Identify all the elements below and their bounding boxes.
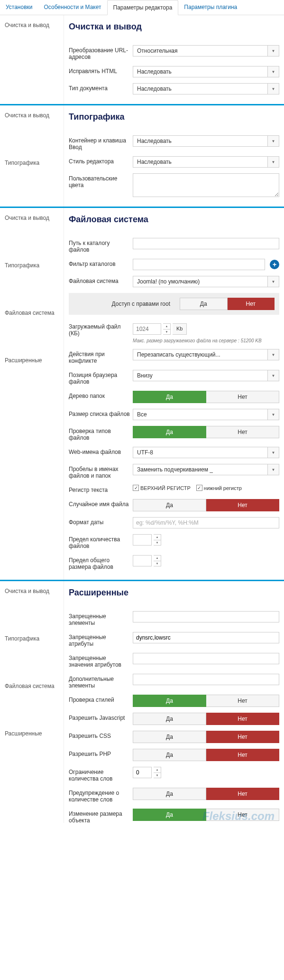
- label-limfiles: Предел количества файлов: [69, 534, 133, 549]
- chevron-down-icon[interactable]: ▼: [268, 45, 279, 57]
- section-title: Типографика: [69, 112, 279, 122]
- btn-tree-no[interactable]: Нет: [206, 391, 279, 403]
- chevron-down-icon[interactable]: ▼: [268, 156, 279, 168]
- select-url-transform[interactable]: Относительная▼: [133, 45, 279, 57]
- spinner-wordlimit[interactable]: ▲▼: [154, 767, 161, 778]
- label-case: Регистр текста: [69, 485, 133, 493]
- label-webnames: Web-имена файлов: [69, 447, 133, 455]
- chevron-down-icon[interactable]: ▼: [268, 135, 279, 147]
- btn-tree-yes[interactable]: Да: [133, 391, 206, 403]
- btn-check-no[interactable]: Нет: [206, 426, 279, 438]
- btn-php-no[interactable]: Нет: [206, 749, 279, 761]
- label-fix-html: Исправлять HTML: [69, 66, 133, 75]
- chevron-down-icon[interactable]: ▼: [268, 464, 279, 475]
- btn-rand-no[interactable]: Нет: [206, 499, 279, 511]
- tab-features[interactable]: Особенности и Макет: [38, 0, 107, 15]
- select-conflict[interactable]: Перезаписать существующий...▼: [133, 349, 279, 360]
- label-listsize: Размер списка файлов: [69, 409, 133, 417]
- textarea-custom-colors[interactable]: [133, 173, 279, 197]
- label-limsize: Предел общего размера файлов: [69, 555, 133, 570]
- btn-styles-yes[interactable]: Да: [133, 695, 206, 707]
- input-banned-el[interactable]: [133, 611, 279, 622]
- plus-icon[interactable]: +: [270, 260, 279, 269]
- label-browser-pos: Позиция браузера файлов: [69, 370, 133, 385]
- btn-root-no[interactable]: Нет: [228, 298, 275, 310]
- chevron-down-icon[interactable]: ▼: [268, 349, 279, 360]
- sidebar-item-typo[interactable]: Типографика: [0, 258, 64, 273]
- sidebar-item-clean[interactable]: Очистка и вывод: [0, 584, 64, 598]
- input-datefmt[interactable]: [133, 517, 279, 528]
- sidebar-item-adv[interactable]: Расширенные: [0, 353, 64, 368]
- label-editor-style: Стиль редактора: [69, 156, 133, 165]
- label-tree: Дерево папок: [69, 391, 133, 399]
- sidebar-item-typo[interactable]: Типографика: [0, 156, 64, 170]
- input-path[interactable]: [133, 238, 279, 249]
- tab-editor-params[interactable]: Параметры редактора: [107, 0, 179, 15]
- sidebar-item-fs[interactable]: Файловая система: [0, 306, 64, 320]
- btn-css-yes[interactable]: Да: [133, 731, 206, 743]
- btn-resize-no[interactable]: Нет: [206, 809, 279, 821]
- chevron-down-icon[interactable]: ▼: [268, 409, 279, 420]
- chevron-down-icon[interactable]: ▼: [268, 447, 279, 458]
- input-limsize[interactable]: [133, 555, 152, 566]
- input-banned-val[interactable]: [133, 653, 279, 664]
- btn-styles-no[interactable]: Нет: [206, 695, 279, 707]
- label-banned-attr: Запрещенные атрибуты: [69, 632, 133, 647]
- input-upload-size[interactable]: [133, 323, 161, 335]
- sidebar-item-adv[interactable]: Расширенные: [0, 726, 64, 741]
- sidebar-item-fs[interactable]: Файловая система: [0, 679, 64, 693]
- chevron-down-icon[interactable]: ▼: [268, 83, 279, 94]
- input-limfiles[interactable]: [133, 534, 152, 546]
- label-extra-el: Дополнительные элементы: [69, 674, 133, 689]
- select-webnames[interactable]: UTF-8▼: [133, 447, 279, 458]
- sidebar-item-clean[interactable]: Очистка и вывод: [0, 18, 64, 32]
- chevron-down-icon[interactable]: ▼: [268, 276, 279, 287]
- btn-check-yes[interactable]: Да: [133, 426, 206, 438]
- hint-upload: Макс. размер загружаемого файла на серве…: [133, 338, 262, 343]
- tab-plugin-params[interactable]: Параметры плагина: [178, 0, 243, 15]
- sidebar-item-typo[interactable]: Типографика: [0, 631, 64, 646]
- label-styles-check: Проверка стилей: [69, 695, 133, 703]
- btn-js-yes[interactable]: Да: [133, 713, 206, 725]
- label-datefmt: Формат даты: [69, 517, 133, 526]
- input-extra-el[interactable]: [133, 674, 279, 685]
- select-filesystem[interactable]: Joomla! (по умолчанию)▼: [133, 276, 279, 287]
- btn-css-no[interactable]: Нет: [206, 731, 279, 743]
- btn-warn-yes[interactable]: Да: [133, 788, 206, 800]
- row-root-access: Доступ с правами root Да Нет: [69, 293, 279, 315]
- spinner-limfiles[interactable]: ▲▼: [154, 534, 161, 546]
- btn-root-yes[interactable]: Да: [180, 298, 228, 310]
- select-spaces[interactable]: Заменить подчеркиванием _▼: [133, 464, 279, 475]
- chevron-down-icon[interactable]: ▼: [268, 66, 279, 77]
- select-editor-style[interactable]: Наследовать▼: [133, 156, 279, 168]
- sidebar-item-clean[interactable]: Очистка и вывод: [0, 108, 64, 122]
- section-typo: Очистка и вывод Типографика Типографика …: [0, 105, 284, 207]
- spinner-upload[interactable]: ▲▼: [163, 323, 171, 335]
- section-title: Очистка и вывод: [69, 22, 279, 32]
- checkbox-upper[interactable]: ✓ВЕРХНИЙ РЕГИСТР: [133, 485, 191, 491]
- select-listsize[interactable]: Все▼: [133, 409, 279, 420]
- select-container[interactable]: Наследовать▼: [133, 135, 279, 147]
- label-wordwarn: Предупреждение о количестве слов: [69, 788, 133, 803]
- btn-php-yes[interactable]: Да: [133, 749, 206, 761]
- select-doctype[interactable]: Наследовать▼: [133, 83, 279, 94]
- section-clean: Очистка и вывод Очистка и вывод Преобраз…: [0, 15, 284, 104]
- label-doctype: Тип документа: [69, 83, 133, 92]
- select-browser-pos[interactable]: Внизу▼: [133, 370, 279, 381]
- chevron-down-icon[interactable]: ▼: [268, 370, 279, 381]
- input-wordlimit[interactable]: [133, 767, 152, 778]
- checkbox-lower[interactable]: ✓нижний регистр: [196, 485, 242, 491]
- btn-rand-yes[interactable]: Да: [133, 499, 206, 511]
- spinner-limsize[interactable]: ▲▼: [154, 555, 161, 566]
- input-banned-attr[interactable]: [133, 632, 279, 643]
- label-conflict: Действия при конфликте: [69, 349, 133, 364]
- tab-install[interactable]: Установки: [0, 0, 38, 15]
- select-fix-html[interactable]: Наследовать▼: [133, 66, 279, 77]
- sidebar-item-clean[interactable]: Очистка и вывод: [0, 211, 64, 225]
- input-dir-filter[interactable]: [133, 259, 265, 270]
- btn-resize-yes[interactable]: Да: [133, 809, 206, 821]
- btn-warn-no[interactable]: Нет: [206, 788, 279, 800]
- btn-js-no[interactable]: Нет: [206, 713, 279, 725]
- section-title: Файловая система: [69, 215, 279, 225]
- label-url-transform: Преобразование URL-адресов: [69, 45, 133, 60]
